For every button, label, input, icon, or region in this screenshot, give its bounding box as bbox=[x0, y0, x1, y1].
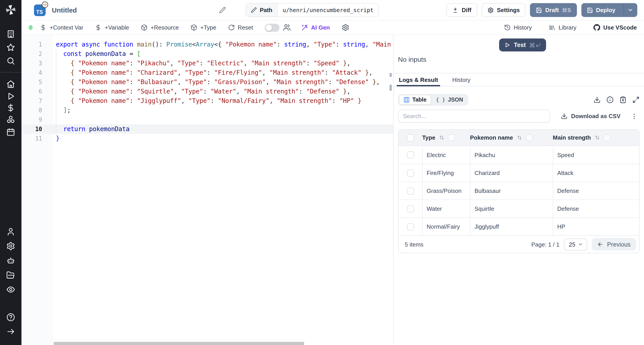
table-row[interactable]: Fire/FlyingCharizardAttack bbox=[398, 164, 639, 182]
table-row[interactable]: Normal/FairyJigglypuffHP bbox=[398, 217, 639, 235]
line-number: 8 bbox=[22, 106, 42, 115]
main-column: TS Untitled Path u/henri/unencumbered_sc… bbox=[22, 0, 644, 345]
status-dot bbox=[28, 25, 33, 30]
clipboard-icon bbox=[620, 96, 626, 103]
view-table-option[interactable]: Table bbox=[399, 95, 431, 105]
path-value[interactable]: u/henri/unencumbered_script bbox=[278, 4, 378, 17]
page-size-select[interactable]: 25 bbox=[564, 238, 588, 250]
windmill-script-editor: TS Untitled Path u/henri/unencumbered_sc… bbox=[0, 0, 644, 345]
deploy-button[interactable]: Deploy bbox=[581, 3, 637, 17]
draft-button[interactable]: Draft S bbox=[530, 3, 577, 17]
sidebar-item-help[interactable] bbox=[6, 313, 15, 322]
editor-settings-button[interactable] bbox=[342, 24, 349, 31]
column-filter-box[interactable] bbox=[526, 134, 533, 141]
table-row[interactable]: WaterSquirtleDefense bbox=[398, 200, 639, 217]
code-line-6[interactable]: 6 { "Pokemon name": "Squirtle", "Type": … bbox=[22, 87, 393, 96]
code-line-1[interactable]: 1export async function main(): Promise<A… bbox=[22, 40, 393, 49]
sidebar-item-runs[interactable] bbox=[6, 92, 15, 101]
sidebar-item-audit-logs[interactable] bbox=[6, 285, 15, 294]
select-all-checkbox[interactable] bbox=[407, 134, 414, 141]
column-filter-box[interactable] bbox=[604, 134, 610, 141]
code-text: { "Pokemon name": "Bulbasaur", "Type": "… bbox=[56, 77, 380, 87]
view-json-option[interactable]: { } JSON bbox=[432, 95, 467, 105]
multiplayer-button[interactable] bbox=[283, 24, 290, 31]
table-row[interactable]: ElectricPikachuSpeed bbox=[398, 146, 639, 164]
sort-icon[interactable] bbox=[594, 135, 600, 141]
toolbar-button-add-variable[interactable]: +Variable bbox=[95, 24, 129, 31]
test-button[interactable]: Test bbox=[499, 39, 546, 52]
sidebar-item-workers[interactable] bbox=[6, 256, 15, 265]
sidebar-item-settings[interactable] bbox=[6, 242, 15, 251]
toolbar-button-reset[interactable]: Reset bbox=[228, 24, 253, 31]
pencil-icon bbox=[251, 7, 257, 13]
previous-page-button[interactable]: Previous bbox=[592, 238, 636, 251]
toolbar-button-add-resource[interactable]: +Resource bbox=[141, 24, 179, 31]
table-cell: Fire/Flying bbox=[422, 164, 470, 182]
code-line-4[interactable]: 4 { "Pokemon name": "Charizard", "Type":… bbox=[22, 68, 393, 77]
code-line-10[interactable]: 10 return pokemonData bbox=[22, 124, 393, 134]
deploy-main[interactable]: Deploy bbox=[582, 4, 620, 17]
table-cell: Attack bbox=[553, 164, 639, 182]
result-info-button[interactable] bbox=[606, 96, 614, 103]
edit-summary-pencil-icon[interactable] bbox=[219, 7, 226, 14]
toolbar-button-use-vscode[interactable]: Use VScode bbox=[594, 24, 637, 31]
download-result-button[interactable] bbox=[594, 96, 600, 103]
arrowright-icon bbox=[6, 327, 15, 336]
expand-result-button[interactable] bbox=[632, 96, 640, 103]
table-footer: 5 items Page: 1 / 1 25 bbox=[398, 235, 639, 253]
row-checkbox[interactable] bbox=[407, 223, 414, 230]
page-indicator: Page: 1 / 1 bbox=[531, 241, 560, 248]
sidebar-item-users[interactable] bbox=[6, 227, 15, 236]
code-line-9[interactable]: 9 bbox=[22, 115, 393, 124]
row-checkbox[interactable] bbox=[407, 205, 414, 212]
settings-button[interactable]: Settings bbox=[482, 3, 526, 17]
sort-icon[interactable] bbox=[439, 135, 445, 141]
sidebar-item-search[interactable] bbox=[6, 56, 15, 65]
path-edit-button[interactable]: Path bbox=[246, 4, 278, 17]
toolbar-button-add-type[interactable]: +Type bbox=[190, 24, 216, 31]
code-line-8[interactable]: 8 ]; bbox=[22, 106, 393, 115]
diff-mode-toggle[interactable] bbox=[264, 24, 279, 32]
code-line-7[interactable]: 7 { "Pokemon name": "Jigglypuff", "Type"… bbox=[22, 96, 393, 106]
horizontal-scrollbar[interactable] bbox=[54, 342, 304, 345]
code-line-3[interactable]: 3 { "Pokemon name": "Pikachu", "Type": "… bbox=[22, 59, 393, 68]
code-line-5[interactable]: 5 { "Pokemon name": "Bulbasaur", "Type":… bbox=[22, 77, 393, 87]
tab-history[interactable]: History bbox=[450, 73, 473, 86]
table-menu-button[interactable] bbox=[630, 113, 638, 120]
code-line-11[interactable]: 11} bbox=[22, 134, 393, 143]
windmill-logo-icon[interactable] bbox=[5, 4, 16, 16]
ai-gen-button[interactable]: AI Gen bbox=[301, 24, 330, 31]
sidebar-item-workspaces[interactable] bbox=[6, 30, 15, 39]
table-row[interactable]: Grass/PoisonBulbasaurDefense bbox=[398, 182, 639, 200]
table-search-input[interactable] bbox=[398, 110, 550, 123]
code-line-2[interactable]: 2 const pokemonData = [ bbox=[22, 49, 393, 59]
row-checkbox[interactable] bbox=[407, 169, 414, 177]
maximize-icon bbox=[632, 96, 640, 103]
code-editor[interactable]: 1export async function main(): Promise<A… bbox=[22, 35, 393, 345]
path-box: Path u/henri/unencumbered_script bbox=[246, 3, 379, 17]
column-header-pokemon-name: Pokemon name bbox=[470, 134, 553, 141]
sort-icon[interactable] bbox=[516, 135, 522, 141]
sidebar-item-resources[interactable] bbox=[6, 115, 15, 124]
diff-button[interactable]: Diff bbox=[446, 3, 477, 17]
diff-icon bbox=[452, 7, 459, 13]
sidebar-item-folders[interactable] bbox=[6, 271, 15, 280]
toolbar-button-add-context-var[interactable]: +Context Var bbox=[40, 24, 84, 31]
sidebar-item-schedules[interactable] bbox=[6, 128, 15, 137]
toolbar-button-library[interactable]: Library bbox=[549, 24, 576, 31]
row-checkbox[interactable] bbox=[407, 187, 414, 194]
column-label: Pokemon name bbox=[470, 134, 513, 141]
tab-logs-result[interactable]: Logs & Result bbox=[397, 73, 440, 86]
row-checkbox[interactable] bbox=[407, 151, 414, 158]
sidebar-item-variables[interactable] bbox=[6, 103, 15, 112]
sidebar-item-favorites[interactable] bbox=[6, 43, 15, 52]
copy-result-button[interactable] bbox=[620, 96, 626, 103]
deploy-dropdown[interactable] bbox=[624, 4, 637, 17]
line-number: 2 bbox=[22, 49, 42, 59]
download-csv-button[interactable]: Download as CSV bbox=[561, 113, 620, 120]
toolbar-button-history[interactable]: History bbox=[504, 24, 532, 31]
baby-face-emoji-icon bbox=[42, 1, 48, 8]
sidebar-item-collapse[interactable] bbox=[6, 327, 15, 336]
sidebar-item-home[interactable] bbox=[6, 80, 15, 89]
column-filter-box[interactable] bbox=[448, 134, 455, 141]
